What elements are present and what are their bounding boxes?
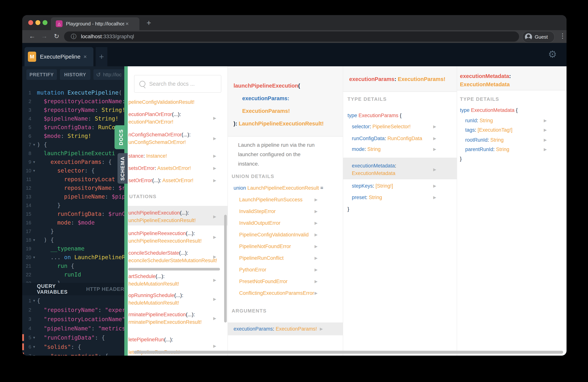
code-line[interactable]: 19__typename <box>22 244 124 253</box>
chevron-right-icon[interactable]: ▶ <box>433 135 436 142</box>
chevron-right-icon[interactable]: ▶ <box>213 213 216 220</box>
code-line[interactable]: 4"pipelineName": "metrics <box>22 324 124 333</box>
docs-search[interactable] <box>134 75 221 93</box>
chevron-right-icon[interactable]: ▶ <box>544 146 547 153</box>
code-line[interactable]: 3$repositoryName: String! <box>22 106 124 114</box>
docs-item[interactable]: unchPipelineReexecutionResult! <box>128 237 202 245</box>
traffic-zoom-button[interactable] <box>42 20 47 25</box>
chevron-right-icon[interactable]: ▶ <box>213 177 216 184</box>
search-input[interactable] <box>149 81 217 87</box>
code-line[interactable]: 14} <box>22 201 124 210</box>
chevron-right-icon[interactable]: ▶ <box>315 231 317 238</box>
chevron-right-icon[interactable]: ▶ <box>213 135 216 142</box>
type-field[interactable]: ExecutionMetadata <box>352 170 395 177</box>
tab-close-icon[interactable]: × <box>126 21 129 27</box>
code-line[interactable]: 4$pipelineName: String! <box>22 114 124 123</box>
prettify-button[interactable]: PRETTIFY <box>26 69 57 80</box>
chevron-right-icon[interactable]: ▶ <box>320 325 323 333</box>
docs-item[interactable]: artSchedule(...): <box>128 273 165 280</box>
endpoint-input[interactable]: ↺ http://loc <box>93 69 124 80</box>
code-line[interactable]: 6$mode: String! <box>22 132 124 140</box>
traffic-close-button[interactable] <box>28 20 33 25</box>
union-member[interactable]: PipelineRunConflict <box>239 254 284 262</box>
code-line[interactable]: 18▼) { <box>22 236 124 244</box>
argument-row[interactable]: executionParams: ExecutionParams! <box>233 325 317 333</box>
endpoint-reload-icon[interactable]: ↺ <box>96 71 101 78</box>
tab-docs[interactable]: DOCS <box>114 125 128 149</box>
chevron-right-icon[interactable]: ▶ <box>315 289 317 297</box>
horizontal-scrollbar[interactable] <box>134 351 563 354</box>
union-member[interactable]: LaunchPipelineRunSuccess <box>239 196 302 203</box>
chevron-right-icon[interactable]: ▶ <box>544 117 547 124</box>
docs-item[interactable]: setsOrError: AssetsOrError! <box>128 165 191 172</box>
docs-item[interactable]: unConfigSchemaOrError! <box>128 138 186 146</box>
union-member[interactable]: ConflictingExecutionParamsError <box>239 289 314 297</box>
chevron-right-icon[interactable]: ▶ <box>433 166 436 173</box>
browser-tab[interactable]: △ Playground - http://localhost:3 × <box>51 17 139 30</box>
docs-item[interactable]: pelineConfigValidationResult! <box>128 98 194 106</box>
code-line[interactable]: 10▼selector: { <box>22 166 124 175</box>
code-line[interactable]: 13pipelineName: $pip <box>22 192 124 201</box>
code-line[interactable]: 16mode: $mode <box>22 218 124 227</box>
chevron-right-icon[interactable]: ▶ <box>213 342 216 350</box>
code-line[interactable]: 7▼) { <box>22 140 124 149</box>
union-member[interactable]: PythonError <box>239 266 266 274</box>
chevron-right-icon[interactable]: ▶ <box>213 276 216 284</box>
profile-button[interactable]: Guest <box>522 31 555 43</box>
code-line[interactable]: 11repositoryLocat <box>22 175 124 184</box>
type-field[interactable]: runId: String <box>465 117 493 124</box>
docs-item[interactable]: econcileSchedulerStateMutationResult! <box>128 257 217 264</box>
browser-menu-icon[interactable]: ⋮ <box>559 32 566 40</box>
query-editor[interactable]: 1mutation ExecutePipeline(2$repositoryLo… <box>22 81 124 283</box>
type-field[interactable]: parentRunId: String <box>465 146 509 153</box>
type-field[interactable]: rootRunId: String <box>465 136 504 144</box>
chevron-right-icon[interactable]: ▶ <box>433 123 436 130</box>
union-member[interactable]: PipelineConfigValidationInvalid <box>239 231 309 238</box>
vertical-scrollbar[interactable] <box>224 215 227 322</box>
history-button[interactable]: HISTORY <box>60 69 90 80</box>
docs-item[interactable]: letePipelineRun(...): <box>128 336 173 343</box>
docs-item[interactable]: setOrError(...): AssetOrError! <box>128 177 193 184</box>
code-line[interactable]: 2"repositoryName": "exper <box>22 305 124 315</box>
docs-item[interactable]: ecutionPlanOrError! <box>128 118 173 126</box>
variables-editor[interactable]: 1▼{2"repositoryName": "exper3"repository… <box>22 295 124 356</box>
docs-item[interactable]: rminatePipelineExecution(...): <box>128 311 195 318</box>
docs-item[interactable]: heduleMutationResult! <box>128 280 179 288</box>
docs-item[interactable]: ecutionPlanOrError(...): <box>128 110 181 118</box>
docs-item[interactable]: opRunningSchedule(...): <box>128 292 183 299</box>
chevron-right-icon[interactable]: ▶ <box>315 219 317 227</box>
chevron-right-icon[interactable]: ▶ <box>213 315 216 322</box>
chevron-right-icon[interactable]: ▶ <box>315 243 317 250</box>
settings-gear-icon[interactable]: ⚙ <box>548 49 557 60</box>
docs-item[interactable]: unchPipelineReexecution(...): <box>128 230 195 237</box>
chevron-right-icon[interactable]: ▶ <box>433 194 436 201</box>
chevron-right-icon[interactable]: ▶ <box>315 208 317 215</box>
traffic-minimize-button[interactable] <box>35 20 40 25</box>
docs-item[interactable]: unchPipelineExecution(...): <box>128 209 189 217</box>
chevron-right-icon[interactable]: ▶ <box>544 136 547 144</box>
chevron-right-icon[interactable]: ▶ <box>544 126 547 134</box>
union-member[interactable]: PipelineNotFoundError <box>239 243 291 250</box>
docs-item[interactable]: unchPipelineExecutionResult! <box>128 217 196 224</box>
chevron-right-icon[interactable]: ▶ <box>433 146 436 153</box>
type-field[interactable]: mode: String <box>352 146 381 153</box>
type-field[interactable]: selector: PipelineSelector! <box>352 123 411 130</box>
code-line[interactable]: 8launchPipelineExecuti <box>22 149 124 158</box>
union-member[interactable]: PresetNotFoundError <box>239 278 288 285</box>
horizontal-scrollbar[interactable] <box>128 268 220 271</box>
code-line[interactable]: 5▼"runConfigData": { <box>22 333 124 342</box>
site-info-icon[interactable]: ⓘ <box>71 33 77 41</box>
docs-item[interactable]: rminatePipelineExecutionResult! <box>128 318 202 326</box>
docs-divider[interactable] <box>124 66 128 356</box>
docs-item[interactable]: stance: Instance! <box>128 152 167 160</box>
reload-icon[interactable]: ↻ <box>54 32 59 40</box>
code-line[interactable]: 12repositoryName: $r <box>22 184 124 192</box>
chevron-right-icon[interactable]: ▶ <box>315 254 317 262</box>
code-line[interactable]: 3"repositoryLocationName" <box>22 315 124 324</box>
code-line[interactable]: 23} <box>22 279 124 283</box>
code-line[interactable]: 1▼{ <box>22 296 124 305</box>
type-field[interactable]: runConfigData: RunConfigData <box>352 135 422 142</box>
chevron-right-icon[interactable]: ▶ <box>213 295 216 303</box>
docs-item[interactable]: concileSchedulerState(...): <box>128 249 188 257</box>
type-field[interactable]: executionMetadata: <box>352 162 396 170</box>
